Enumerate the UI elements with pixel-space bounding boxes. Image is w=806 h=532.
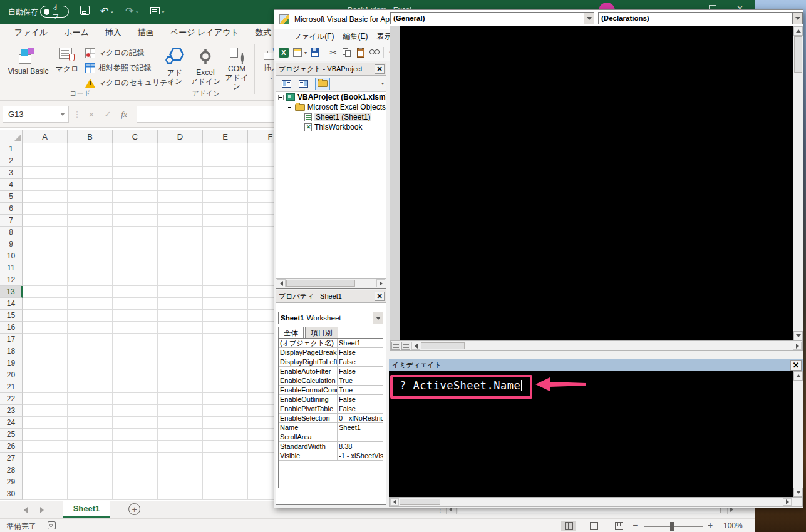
grid-cell[interactable] — [203, 274, 248, 286]
grid-cell[interactable] — [203, 191, 248, 203]
grid-cell[interactable] — [158, 369, 203, 381]
property-value[interactable]: False — [338, 404, 383, 413]
grid-cell[interactable] — [23, 464, 68, 476]
grid-cell[interactable] — [113, 203, 158, 215]
grid-cell[interactable] — [68, 464, 113, 476]
zoom-slider-thumb[interactable] — [670, 522, 674, 531]
property-value[interactable]: Sheet1 — [338, 423, 383, 432]
grid-cell[interactable] — [23, 215, 68, 227]
object-dropdown[interactable]: (General) — [390, 12, 594, 24]
grid-cell[interactable] — [158, 488, 203, 500]
row-header[interactable]: 22 — [0, 393, 23, 405]
property-value[interactable]: Sheet1 — [338, 339, 383, 347]
grid-cell[interactable] — [203, 464, 248, 476]
property-row[interactable]: EnableSelection 0 - xlNoRestrictions — [279, 414, 383, 423]
project-toolbar-overflow-icon[interactable]: ▾ — [381, 81, 384, 86]
row-header[interactable]: 17 — [0, 334, 23, 345]
project-hscroll-left-icon[interactable] — [277, 279, 286, 287]
name-box[interactable]: G13 — [3, 106, 69, 123]
property-value[interactable]: False — [338, 367, 383, 376]
row-header[interactable]: 9 — [0, 238, 23, 250]
grid-cell[interactable] — [203, 476, 248, 488]
grid-cell[interactable] — [113, 191, 158, 203]
grid-cell[interactable] — [113, 167, 158, 179]
insert-function-button[interactable]: fx — [116, 106, 132, 123]
properties-object-combo[interactable]: Sheet1 Worksheet — [278, 312, 383, 324]
zoom-out-button[interactable]: − — [633, 520, 638, 530]
code-hscroll-thumb[interactable] — [421, 342, 465, 349]
row-header[interactable]: 19 — [0, 357, 23, 369]
row-header[interactable]: 13 — [0, 286, 23, 298]
grid-cell[interactable] — [158, 155, 203, 167]
grid-cell[interactable] — [23, 167, 68, 179]
grid-cell[interactable] — [23, 155, 68, 167]
grid-cell[interactable] — [68, 417, 113, 429]
row-header[interactable]: 24 — [0, 417, 23, 429]
row-header[interactable]: 15 — [0, 310, 23, 322]
grid-cell[interactable] — [113, 322, 158, 334]
property-row[interactable]: DisplayRightToLeft False — [279, 357, 383, 367]
grid-cell[interactable] — [68, 453, 113, 464]
grid-cell[interactable] — [23, 417, 68, 429]
grid-cell[interactable] — [23, 322, 68, 334]
grid-cell[interactable] — [68, 262, 113, 274]
grid-cell[interactable] — [113, 310, 158, 322]
grid-cell[interactable] — [203, 488, 248, 500]
grid-cell[interactable] — [113, 179, 158, 191]
ribbon-display-button[interactable]: ⌄ — [150, 6, 165, 17]
row-header[interactable]: 20 — [0, 369, 23, 381]
tree-item-thisworkbook[interactable]: ThisWorkbook — [276, 122, 386, 132]
row-header[interactable]: 29 — [0, 476, 23, 488]
grid-cell[interactable] — [113, 286, 158, 298]
code-scroll-up-icon[interactable] — [793, 26, 803, 36]
immediate-scroll-down-icon[interactable] — [793, 488, 803, 497]
ribbon-tab[interactable]: 描画 — [130, 24, 162, 41]
grid-cell[interactable] — [203, 417, 248, 429]
row-header[interactable]: 14 — [0, 298, 23, 310]
view-normal-button[interactable] — [561, 521, 576, 531]
row-header[interactable]: 8 — [0, 227, 23, 238]
grid-cell[interactable] — [203, 155, 248, 167]
grid-cell[interactable] — [158, 334, 203, 345]
code-vscroll[interactable] — [793, 26, 803, 340]
row-header[interactable]: 10 — [0, 250, 23, 262]
grid-cell[interactable] — [68, 274, 113, 286]
grid-cell[interactable] — [68, 143, 113, 155]
property-row[interactable]: DisplayPageBreaks False — [279, 348, 383, 357]
grid-cell[interactable] — [158, 179, 203, 191]
grid-cell[interactable] — [158, 191, 203, 203]
vbe-menu-item[interactable]: ファイル(F) — [289, 29, 338, 44]
grid-cell[interactable] — [158, 345, 203, 357]
save-icon[interactable] — [309, 46, 321, 59]
row-header[interactable]: 30 — [0, 488, 23, 500]
grid-cell[interactable] — [113, 215, 158, 227]
row-header[interactable]: 5 — [0, 191, 23, 203]
property-row[interactable]: EnableCalculation True — [279, 376, 383, 386]
grid-cell[interactable] — [203, 298, 248, 310]
grid-cell[interactable] — [113, 143, 158, 155]
grid-cell[interactable] — [68, 191, 113, 203]
row-header[interactable]: 12 — [0, 274, 23, 286]
grid-cell[interactable] — [23, 345, 68, 357]
grid-cell[interactable] — [203, 334, 248, 345]
grid-cell[interactable] — [68, 381, 113, 393]
properties-close-icon[interactable]: ✕ — [375, 292, 385, 301]
grid-cell[interactable] — [68, 155, 113, 167]
project-hscroll-right-icon[interactable] — [376, 279, 385, 287]
immediate-scroll-up-icon[interactable] — [793, 371, 803, 381]
grid-cell[interactable] — [203, 429, 248, 441]
grid-cell[interactable] — [158, 429, 203, 441]
property-value[interactable] — [338, 432, 383, 441]
column-header[interactable]: C — [113, 130, 158, 143]
combo-dropdown-icon[interactable] — [792, 13, 802, 24]
property-row[interactable]: EnableFormatConditionsCalculation True — [279, 386, 383, 395]
grid-cell[interactable] — [68, 286, 113, 298]
grid-cell[interactable] — [68, 227, 113, 238]
property-row[interactable]: EnableAutoFilter False — [279, 367, 383, 376]
row-header[interactable]: 3 — [0, 167, 23, 179]
grid-cell[interactable] — [113, 274, 158, 286]
row-header[interactable]: 6 — [0, 203, 23, 215]
grid-cell[interactable] — [113, 488, 158, 500]
code-editor-area[interactable] — [390, 26, 803, 340]
grid-cell[interactable] — [23, 179, 68, 191]
